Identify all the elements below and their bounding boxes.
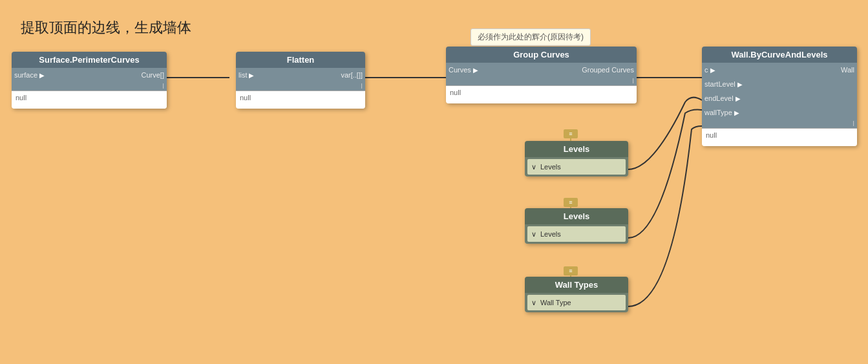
port-walltype-input: wallType ▶ — [702, 105, 779, 120]
node-flatten: Flatten list ▶ var[..[]] I null — [236, 52, 365, 109]
canvas: 提取顶面的边线，生成墙体 必须作为此处的辉介(原因待考) Surface.Per… — [0, 0, 868, 364]
port-flatten-input: list ▶ — [236, 68, 301, 82]
node-groupcurves-footer: null — [446, 85, 637, 103]
walltypes-dropdown-row[interactable]: ∨ Wall Type — [527, 295, 626, 310]
node-surface-footer: null — [12, 91, 167, 109]
node-walltypes-header: Wall Types — [525, 277, 628, 293]
node-wallbycurve-header: Wall.ByCurveAndLevels — [702, 47, 857, 63]
node-walltypes-body: ∨ Wall Type — [525, 293, 628, 312]
port-endlevel-input: endLevel ▶ — [702, 91, 779, 105]
port-c-input: c ▶ — [702, 63, 779, 77]
node-surface-body: surface ▶ Curve[] — [12, 68, 167, 82]
node-surface-header: Surface.PerimeterCurves — [12, 52, 167, 68]
levels2-chevron: ∨ — [531, 230, 536, 239]
connector-icon-levels2: ≡ — [564, 266, 578, 275]
levels1-chevron: ∨ — [531, 163, 536, 171]
node-wallbycurve-note: I — [702, 120, 857, 128]
node-group-curves: Group Curves Curves ▶ Grouped Curves I n… — [446, 47, 637, 103]
node-groupcurves-note: I — [446, 77, 637, 85]
node-levels2-header: Levels — [525, 208, 628, 224]
port-flatten-output: var[..[]] — [338, 68, 365, 82]
page-title: 提取顶面的边线，生成墙体 — [21, 18, 191, 37]
node-surface-note: I — [12, 82, 167, 91]
port-surface-output: Curve[] — [139, 68, 167, 82]
node-levels1-header: Levels — [525, 141, 628, 157]
node-wallbycurve-body: c ▶ startLevel ▶ endLevel ▶ wallType ▶ — [702, 63, 857, 120]
walltypes-output-label: Wall Type — [536, 297, 575, 308]
node-wallbycurve-footer: null — [702, 128, 857, 146]
port-wall-output: Wall — [838, 63, 857, 77]
port-surface-input: surface ▶ — [12, 68, 89, 82]
node-groupcurves-body: Curves ▶ Grouped Curves — [446, 63, 637, 77]
levels2-output-label: Levels — [536, 228, 565, 240]
levels1-output-label: Levels — [536, 161, 565, 173]
node-levels2-body: ∨ Levels — [525, 224, 628, 244]
node-surface-perimeter-curves: Surface.PerimeterCurves surface ▶ Curve[… — [12, 52, 167, 109]
port-startlevel-input: startLevel ▶ — [702, 77, 779, 91]
node-levels2: Levels ∨ Levels — [525, 208, 628, 244]
levels2-dropdown-row[interactable]: ∨ Levels — [527, 226, 626, 242]
node-groupcurves-header: Group Curves — [446, 47, 637, 63]
node-levels1: Levels ∨ Levels — [525, 141, 628, 177]
node-levels1-body: ∨ Levels — [525, 157, 628, 177]
levels1-dropdown-row[interactable]: ∨ Levels — [527, 159, 626, 175]
port-curves-input: Curves ▶ — [446, 63, 542, 77]
connector-icon-levels1: ≡ — [564, 198, 578, 207]
port-grouped-curves-output: Grouped Curves — [579, 63, 637, 77]
node-wall-types: Wall Types ∨ Wall Type — [525, 277, 628, 312]
node-wall-by-curve-and-levels: Wall.ByCurveAndLevels c ▶ startLevel ▶ e… — [702, 47, 857, 146]
node-flatten-note: I — [236, 82, 365, 91]
tooltip-box: 必须作为此处的辉介(原因待考) — [471, 28, 591, 46]
walltypes-chevron: ∨ — [531, 299, 536, 307]
connector-icon-groupcurves: ≡ — [564, 129, 578, 138]
node-flatten-body: list ▶ var[..[]] — [236, 68, 365, 82]
node-flatten-header: Flatten — [236, 52, 365, 68]
node-flatten-footer: null — [236, 91, 365, 109]
